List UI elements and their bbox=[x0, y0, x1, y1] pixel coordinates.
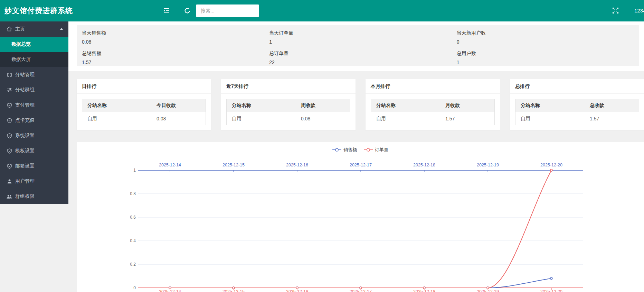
stats-section: 当天销售额 0.08 总销售额 1.57 当天订单量 1 总订单量 22 当天新… bbox=[68, 21, 644, 71]
legend-item[interactable]: 销售额 bbox=[332, 147, 357, 153]
svg-text:0: 0 bbox=[133, 285, 136, 290]
svg-text:2025-12-15: 2025-12-15 bbox=[222, 289, 245, 292]
shield-check-icon bbox=[7, 163, 12, 169]
rank-card-daily: 日排行 分站名称 今日收款 自用 0.08 bbox=[77, 79, 211, 130]
stats-column-orders: 当天订单量 1 总订单量 22 bbox=[264, 29, 451, 62]
sidebar-item-label: 数据总览 bbox=[11, 41, 31, 47]
stats-column-users: 当天新用户数 0 总用户数 1 bbox=[452, 29, 639, 62]
svg-text:0.8: 0.8 bbox=[130, 191, 136, 196]
collapse-menu-icon[interactable] bbox=[163, 7, 170, 14]
svg-text:2025-12-20: 2025-12-20 bbox=[540, 163, 562, 167]
chart-legend: 销售额订单量 bbox=[77, 142, 644, 153]
sidebar-item-card-recharge[interactable]: 点卡充值 bbox=[0, 113, 68, 128]
svg-text:2025-12-17: 2025-12-17 bbox=[350, 289, 372, 292]
rank-card-7days: 近7天排行 分站名称 周收款 自用 0.08 bbox=[221, 79, 356, 130]
shield-check-icon bbox=[7, 133, 12, 138]
column-header: 今日收款 bbox=[151, 99, 206, 112]
svg-text:2025-12-19: 2025-12-19 bbox=[477, 289, 499, 292]
svg-text:2025-12-15: 2025-12-15 bbox=[222, 163, 245, 167]
table-row: 自用 1.57 bbox=[371, 112, 495, 125]
column-header: 总收款 bbox=[585, 99, 639, 112]
rank-card-title: 本月排行 bbox=[366, 79, 500, 94]
sidebar-item-group-permissions[interactable]: 群组权限 bbox=[0, 189, 68, 204]
svg-text:0.4: 0.4 bbox=[130, 238, 136, 243]
stat-label: 当天销售额 bbox=[82, 29, 264, 38]
svg-text:0.6: 0.6 bbox=[130, 215, 136, 220]
sidebar-item-substation-groups[interactable]: 分站群组 bbox=[0, 82, 68, 98]
refresh-icon[interactable] bbox=[184, 7, 191, 14]
sidebar-item-label: 邮箱设置 bbox=[15, 163, 35, 169]
sidebar-item-label: 分站管理 bbox=[15, 72, 35, 78]
stats-panel: 当天销售额 0.08 总销售额 1.57 当天订单量 1 总订单量 22 当天新… bbox=[77, 25, 639, 66]
top-header: 妙文馆付费进群系统 12345 bbox=[0, 0, 644, 21]
svg-text:2025-12-17: 2025-12-17 bbox=[350, 163, 372, 167]
sidebar-nav: 主页 数据总览 数据大屏 分站管理 分站群组 支付管理 bbox=[0, 21, 68, 204]
legend-line-marker-icon bbox=[364, 148, 373, 152]
stat-value: 22 bbox=[269, 59, 451, 70]
rank-table: 分站名称 今日收款 自用 0.08 bbox=[82, 99, 206, 125]
sidebar-item-label: 数据大屏 bbox=[11, 56, 31, 63]
rank-card-month: 本月排行 分站名称 月收款 自用 1.57 bbox=[366, 79, 500, 130]
sidebar-item-system-settings[interactable]: 系统设置 bbox=[0, 128, 68, 143]
ranking-cards-row: 日排行 分站名称 今日收款 自用 0.08 近7天排行 分站名称 周收款 bbox=[77, 79, 644, 130]
home-icon bbox=[7, 26, 12, 32]
rank-table: 分站名称 总收款 自用 1.57 bbox=[515, 99, 639, 125]
sidebar-item-label: 支付管理 bbox=[15, 102, 35, 108]
svg-text:2025-12-19: 2025-12-19 bbox=[477, 163, 499, 167]
column-header: 月收款 bbox=[440, 99, 495, 112]
rank-card-total: 总排行 分站名称 总收款 自用 1.57 bbox=[510, 79, 644, 130]
sidebar-item-user-mgmt[interactable]: 用户管理 bbox=[0, 174, 68, 189]
svg-text:1: 1 bbox=[133, 168, 136, 173]
svg-text:2025-12-18: 2025-12-18 bbox=[413, 163, 435, 167]
column-header: 周收款 bbox=[296, 99, 350, 112]
users-icon bbox=[7, 194, 12, 199]
svg-text:2025-12-14: 2025-12-14 bbox=[159, 289, 181, 292]
sidebar-item-label: 模板设置 bbox=[15, 148, 35, 154]
legend-line-marker-icon bbox=[332, 148, 341, 152]
svg-text:2025-12-14: 2025-12-14 bbox=[159, 163, 181, 167]
cell-site-name: 自用 bbox=[227, 112, 296, 125]
svg-text:2025-12-16: 2025-12-16 bbox=[286, 163, 308, 167]
column-header: 分站名称 bbox=[515, 99, 585, 112]
sidebar-item-label: 用户管理 bbox=[15, 178, 35, 184]
sidebar-item-template-settings[interactable]: 模板设置 bbox=[0, 143, 68, 158]
sidebar-item-label: 系统设置 bbox=[15, 133, 35, 139]
fullscreen-icon[interactable] bbox=[612, 7, 619, 14]
rank-table: 分站名称 月收款 自用 1.57 bbox=[371, 99, 495, 125]
stat-label: 总订单量 bbox=[269, 50, 451, 59]
search-input[interactable] bbox=[196, 4, 259, 17]
sidebar-item-label: 分站群组 bbox=[15, 87, 35, 93]
shield-check-icon bbox=[7, 118, 12, 123]
column-header: 分站名称 bbox=[371, 99, 440, 112]
sidebar-item-email-settings[interactable]: 邮箱设置 bbox=[0, 158, 68, 174]
sidebar-item-data-screen[interactable]: 数据大屏 bbox=[0, 52, 68, 67]
sidebar-item-data-overview[interactable]: 数据总览 bbox=[0, 37, 68, 52]
legend-label: 销售额 bbox=[343, 147, 357, 153]
table-row: 自用 1.57 bbox=[515, 112, 639, 125]
sidebar-item-payment-mgmt[interactable]: 支付管理 bbox=[0, 98, 68, 113]
stats-column-sales: 当天销售额 0.08 总销售额 1.57 bbox=[77, 29, 264, 62]
stat-label: 当天新用户数 bbox=[457, 29, 639, 38]
cell-amount: 0.08 bbox=[151, 112, 206, 125]
sidebar-item-label: 主页 bbox=[15, 26, 25, 32]
stat-label: 当天订单量 bbox=[269, 29, 451, 38]
sidebar-item-label: 群组权限 bbox=[15, 193, 35, 200]
user-menu[interactable]: 12345 bbox=[634, 0, 644, 21]
sales-orders-chart-card: 销售额订单量 00.20.40.60.812025-12-142025-12-1… bbox=[77, 142, 644, 292]
rank-card-title: 近7天排行 bbox=[221, 79, 356, 94]
cell-site-name: 自用 bbox=[82, 112, 151, 125]
shield-check-icon bbox=[7, 148, 12, 154]
stat-value: 1.57 bbox=[82, 59, 264, 70]
legend-item[interactable]: 订单量 bbox=[364, 147, 388, 153]
stat-label: 总用户数 bbox=[457, 50, 639, 59]
caret-up-icon bbox=[60, 28, 63, 30]
sidebar-item-substation-mgmt[interactable]: 分站管理 bbox=[0, 67, 68, 82]
sidebar-item-home[interactable]: 主页 bbox=[0, 21, 68, 37]
stat-value: 1 bbox=[457, 59, 639, 70]
svg-text:2025-12-20: 2025-12-20 bbox=[540, 289, 562, 292]
column-header: 分站名称 bbox=[227, 99, 296, 112]
sliders-icon bbox=[7, 87, 12, 93]
stat-value: 1 bbox=[269, 38, 451, 50]
cell-amount: 0.08 bbox=[296, 112, 350, 125]
cell-amount: 1.57 bbox=[440, 112, 495, 125]
